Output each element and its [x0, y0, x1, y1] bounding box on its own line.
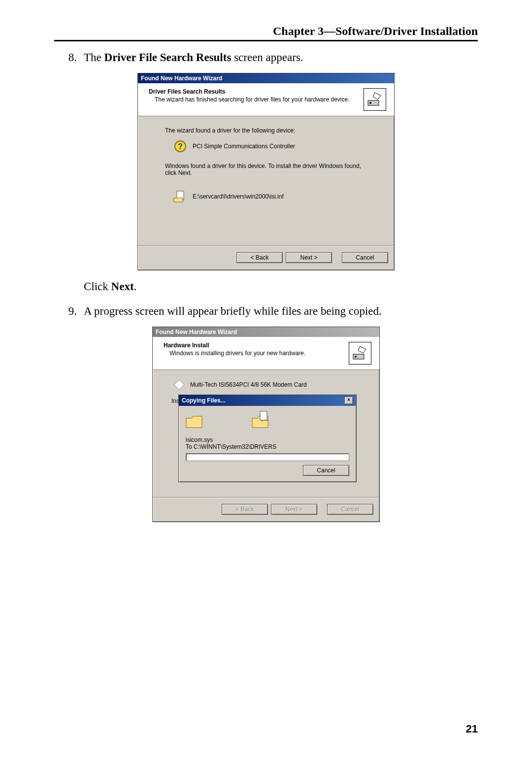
step-9: 9. A progress screen will appear briefly…	[54, 305, 478, 318]
wizard-header: Hardware Install Windows is installing d…	[153, 337, 379, 370]
bold-term: Next	[111, 280, 134, 293]
hardware-wizard-icon	[364, 88, 386, 111]
instruction-line: Click Next.	[54, 280, 478, 293]
bold-term: Driver File Search Results	[104, 51, 232, 64]
inf-row: E:\servcard\l\drivers\win2000\isi.inf	[173, 189, 367, 204]
wizard-button-row: < Back Next > Cancel	[138, 246, 394, 270]
wizard-header-title: Hardware Install	[164, 342, 349, 349]
inf-path: E:\servcard\l\drivers\win2000\isi.inf	[193, 193, 284, 200]
text: The	[84, 51, 104, 64]
svg-text:?: ?	[178, 142, 183, 151]
cancel-button[interactable]: Cancel	[342, 252, 388, 263]
device-row: Multi-Tech ISI5634PCI 4/8 56K Modem Card	[173, 379, 361, 391]
svg-rect-10	[260, 411, 267, 420]
step-number: 9.	[54, 305, 84, 318]
step-8: 8. The Driver File Search Results screen…	[54, 51, 478, 64]
screenshot-2: Found New Hardware Wizard Hardware Insta…	[54, 327, 478, 522]
svg-marker-8	[174, 380, 184, 390]
step-number: 8.	[54, 51, 84, 64]
close-button[interactable]: ×	[344, 397, 353, 404]
wizard-window-1: Found New Hardware Wizard Driver Files S…	[137, 73, 395, 270]
flying-page-icon	[260, 411, 269, 423]
copy-animation	[186, 412, 349, 432]
folder-source-icon	[186, 415, 202, 428]
copy-file-name: isicom.sys	[186, 436, 349, 443]
modem-card-icon	[173, 379, 185, 391]
dialog-title: Copying Files...	[182, 397, 226, 404]
chapter-heading: Chapter 3—Software/Driver Installation	[54, 25, 478, 41]
inf-file-icon	[173, 189, 188, 204]
wizard-header-subtitle: Windows is installing drivers for your n…	[164, 350, 349, 357]
page-number: 21	[466, 723, 478, 735]
next-button: Next >	[271, 504, 317, 515]
device-name: PCI Simple Communications Controller	[193, 143, 295, 150]
text: .	[134, 280, 137, 293]
hardware-wizard-icon	[349, 342, 371, 365]
text-line: The wizard found a driver for the follow…	[165, 127, 367, 134]
back-button: < Back	[222, 504, 268, 515]
svg-point-7	[355, 356, 357, 358]
wizard-window-2: Found New Hardware Wizard Hardware Insta…	[152, 327, 380, 522]
cancel-button: Cancel	[327, 504, 373, 515]
wizard-header: Driver Files Search Results The wizard h…	[138, 83, 394, 116]
wizard-body: The wizard found a driver for the follow…	[138, 116, 394, 245]
device-row: ? PCI Simple Communications Controller	[173, 139, 367, 154]
step-text: A progress screen will appear briefly wh…	[84, 305, 478, 318]
svg-marker-9	[186, 416, 202, 428]
svg-point-1	[369, 102, 371, 104]
text-line: Windows found a driver for this device. …	[165, 163, 367, 176]
back-button[interactable]: < Back	[236, 252, 283, 263]
screenshot-1: Found New Hardware Wizard Driver Files S…	[54, 73, 478, 270]
wizard-header-subtitle: The wizard has finished searching for dr…	[149, 96, 364, 103]
titlebar: Copying Files... ×	[179, 395, 356, 406]
titlebar: Found New Hardware Wizard	[153, 327, 379, 337]
unknown-device-icon: ?	[173, 139, 188, 154]
document-page: Chapter 3—Software/Driver Installation 8…	[0, 0, 532, 765]
next-button[interactable]: Next >	[286, 252, 332, 263]
text: screen appears.	[231, 51, 303, 64]
step-text: The Driver File Search Results screen ap…	[84, 51, 478, 64]
device-name: Multi-Tech ISI5634PCI 4/8 56K Modem Card	[190, 381, 307, 388]
copying-files-dialog: Copying Files... ×	[178, 395, 357, 482]
cancel-button[interactable]: Cancel	[303, 465, 349, 476]
wizard-button-row: < Back Next > Cancel	[153, 498, 379, 522]
copy-destination: To C:\WINNT\System32\DRIVERS	[186, 443, 349, 450]
titlebar: Found New Hardware Wizard	[138, 73, 394, 83]
svg-rect-5	[174, 198, 183, 202]
progress-bar	[186, 453, 349, 461]
wizard-body: Multi-Tech ISI5634PCI 4/8 56K Modem Card…	[153, 370, 379, 497]
wizard-header-title: Driver Files Search Results	[149, 88, 364, 95]
text: Click	[84, 280, 111, 293]
